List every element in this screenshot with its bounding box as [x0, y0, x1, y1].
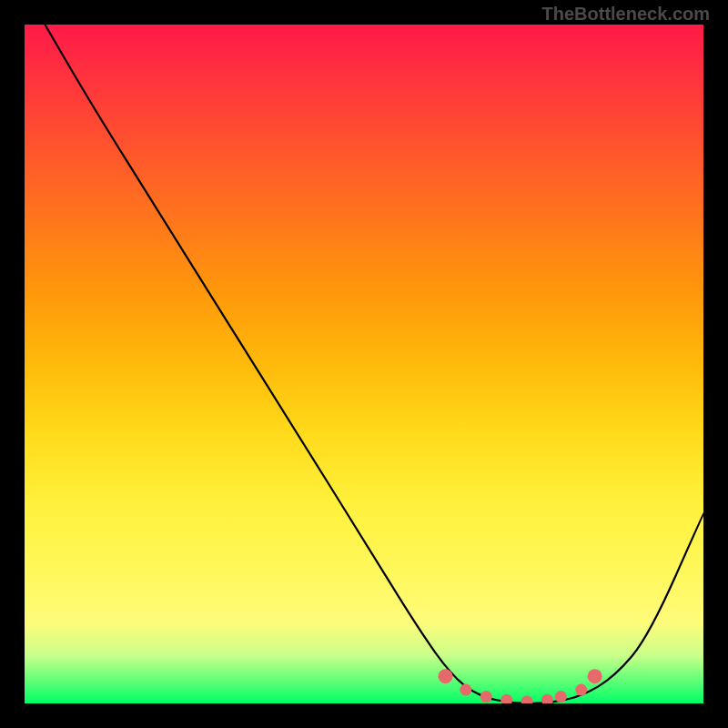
highlight-dot	[480, 691, 492, 703]
highlight-dot-end	[588, 669, 602, 683]
highlight-dot-end	[439, 669, 453, 683]
highlight-dot	[521, 695, 533, 703]
curve-line	[45, 25, 703, 703]
highlight-dot	[500, 694, 512, 703]
watermark-text: TheBottleneck.com	[542, 4, 710, 25]
plot-area	[25, 25, 703, 703]
highlight-dot	[460, 684, 471, 696]
chart-svg	[25, 25, 703, 703]
highlight-dots	[439, 669, 602, 703]
highlight-dot	[555, 691, 567, 703]
highlight-dot	[575, 684, 587, 696]
bottleneck-curve	[45, 25, 703, 703]
highlight-dot	[541, 694, 553, 703]
